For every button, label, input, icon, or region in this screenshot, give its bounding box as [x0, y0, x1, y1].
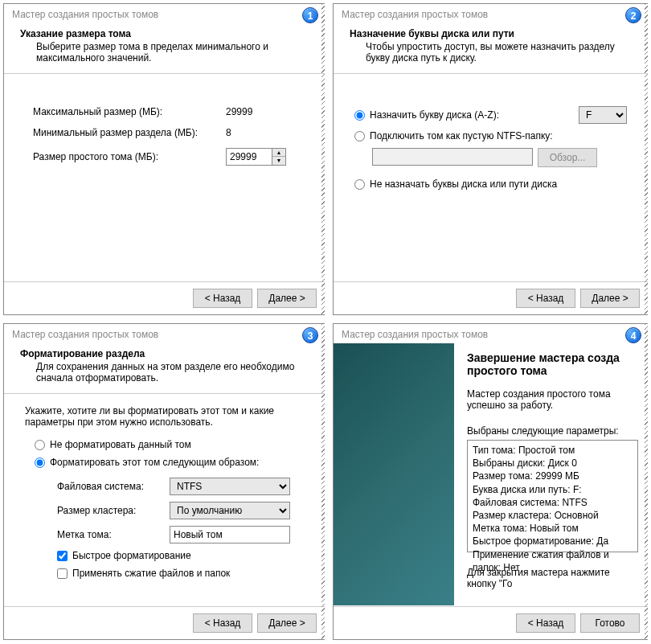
volume-label-input[interactable]	[170, 526, 290, 544]
mount-folder-label: Подключить том как пустую NTFS-папку:	[370, 130, 553, 142]
min-size-row: Минимальный размер раздела (МБ): 8	[33, 127, 304, 138]
footer: < Назад Далее >	[4, 281, 325, 314]
footer: < Назад Далее >	[4, 606, 325, 639]
cluster-label: Размер кластера:	[57, 505, 170, 516]
max-size-row: Максимальный размер (МБ): 29999	[33, 106, 304, 117]
body-area: Назначить букву диска (A-Z): F Подключит…	[334, 74, 648, 209]
volume-size-label: Размер простого тома (МБ):	[33, 151, 226, 162]
spinner-up-icon[interactable]: ▲	[272, 149, 285, 157]
format-instruction: Укажите, хотите ли вы форматировать этот…	[25, 405, 304, 428]
no-format-row: Не форматировать данный том	[35, 439, 304, 450]
compress-checkbox[interactable]	[57, 568, 68, 579]
back-button[interactable]: < Назад	[516, 613, 575, 633]
wizard-title: Мастер создания простых томов	[4, 324, 325, 343]
step-badge-4: 4	[625, 327, 641, 343]
step-desc: Выберите размер тома в пределах минималь…	[20, 41, 309, 64]
back-button[interactable]: < Назад	[516, 289, 575, 308]
assign-letter-row: Назначить букву диска (A-Z): F	[354, 106, 627, 124]
step-title: Указание размера тома	[20, 28, 309, 39]
filesystem-select[interactable]: NTFS	[170, 478, 290, 495]
max-size-label: Максимальный размер (МБ):	[33, 106, 226, 117]
body-area: Максимальный размер (МБ): 29999 Минималь…	[4, 74, 325, 188]
no-assign-row: Не назначать буквы диска или пути диска	[354, 178, 627, 190]
max-size-value: 29999	[226, 106, 304, 117]
summary-line: Буква диска или путь: F:	[473, 483, 633, 496]
wizard-panel-drive-letter: Мастер создания простых томов 2 Назначен…	[333, 3, 648, 315]
assign-letter-label: Назначить букву диска (A-Z):	[370, 109, 574, 121]
finish-title: Завершение мастера созда простого тома	[467, 351, 638, 377]
header-block: Назначение буквы диска или пути Чтобы уп…	[334, 23, 648, 73]
header-block: Указание размера тома Выберите размер то…	[4, 23, 325, 73]
wizard-panel-finish: Мастер создания простых томов 4 Завершен…	[333, 323, 648, 640]
do-format-row: Форматировать этот том следующим образом…	[35, 457, 304, 468]
summary-line: Выбраны диски: Диск 0	[473, 457, 633, 470]
wizard-panel-format: Мастер создания простых томов 3 Форматир…	[3, 323, 325, 640]
compress-label: Применять сжатие файлов и папок	[72, 568, 230, 579]
step-badge-2: 2	[625, 7, 641, 23]
no-assign-radio[interactable]	[354, 179, 365, 190]
do-format-radio[interactable]	[35, 457, 45, 468]
back-button[interactable]: < Назад	[193, 289, 252, 308]
spinner-down-icon[interactable]: ▼	[272, 157, 285, 165]
quick-format-label: Быстрое форматирование	[72, 550, 191, 561]
volume-size-row: Размер простого тома (МБ): ▲ ▼	[33, 148, 304, 166]
wizard-title: Мастер создания простых томов	[4, 4, 325, 23]
step-title: Назначение буквы диска или пути	[350, 28, 632, 39]
summary-line: Файловая система: NTFS	[473, 496, 633, 509]
filesystem-row: Файловая система: NTFS	[57, 478, 304, 495]
compress-row: Применять сжатие файлов и папок	[57, 568, 304, 579]
do-format-label: Форматировать этот том следующим образом…	[50, 457, 259, 468]
summary-line: Размер кластера: Основной	[473, 509, 633, 522]
no-format-radio[interactable]	[35, 440, 45, 450]
volume-label-label: Метка тома:	[57, 529, 170, 540]
params-label: Выбраны следующие параметры:	[467, 425, 638, 437]
finish-button[interactable]: Готово	[580, 613, 640, 633]
drive-letter-select[interactable]: F	[579, 106, 627, 124]
finish-body: Завершение мастера созда простого тома М…	[334, 343, 648, 605]
summary-line: Размер тома: 29999 МБ	[473, 470, 633, 482]
mount-folder-row: Подключить том как пустую NTFS-папку:	[354, 130, 627, 142]
quick-format-row: Быстрое форматирование	[57, 550, 304, 561]
quick-format-checkbox[interactable]	[57, 551, 68, 561]
summary-line: Быстрое форматирование: Да	[473, 535, 633, 548]
body-area: Укажите, хотите ли вы форматировать этот…	[4, 394, 325, 598]
browse-button: Обзор...	[538, 148, 597, 167]
next-button[interactable]: Далее >	[580, 289, 640, 308]
cluster-select[interactable]: По умолчанию	[170, 502, 290, 519]
wizard-title: Мастер создания простых томов	[334, 4, 648, 23]
no-assign-label: Не назначать буквы диска или пути диска	[370, 178, 557, 190]
header-block: Форматирование раздела Для сохранения да…	[4, 343, 325, 393]
min-size-label: Минимальный размер раздела (МБ):	[33, 127, 226, 138]
footer: < Назад Далее >	[334, 281, 648, 314]
volume-label-row: Метка тома:	[57, 526, 304, 544]
wizard-banner-image	[334, 343, 454, 605]
mount-folder-radio[interactable]	[354, 131, 365, 142]
summary-listbox[interactable]: Тип тома: Простой томВыбраны диски: Диск…	[467, 440, 638, 552]
next-button[interactable]: Далее >	[257, 613, 317, 633]
next-button[interactable]: Далее >	[257, 289, 317, 308]
footer: < Назад Готово	[334, 606, 648, 639]
no-format-label: Не форматировать данный том	[50, 439, 191, 450]
summary-line: Метка тома: Новый том	[473, 522, 633, 535]
assign-letter-radio[interactable]	[354, 110, 365, 121]
step-desc: Чтобы упростить доступ, вы можете назнач…	[350, 41, 632, 64]
finish-content: Завершение мастера созда простого тома М…	[454, 343, 648, 605]
mount-path-row: Обзор...	[372, 148, 627, 167]
step-badge-3: 3	[302, 327, 318, 343]
step-badge-1: 1	[302, 7, 318, 23]
wizard-title: Мастер создания простых томов	[334, 324, 648, 343]
wizard-panel-size: Мастер создания простых томов 1 Указание…	[3, 3, 325, 315]
volume-size-spinner[interactable]: ▲ ▼	[226, 148, 286, 166]
cluster-row: Размер кластера: По умолчанию	[57, 502, 304, 519]
step-title: Форматирование раздела	[20, 348, 309, 359]
volume-size-input[interactable]	[227, 149, 272, 165]
finish-message: Мастер создания простого тома успешно за…	[467, 388, 638, 411]
back-button[interactable]: < Назад	[193, 613, 252, 633]
filesystem-label: Файловая система:	[57, 481, 170, 492]
summary-line: Тип тома: Простой том	[473, 444, 633, 457]
close-hint: Для закрытия мастера нажмите кнопку "Го	[467, 567, 638, 589]
mount-path-input	[372, 148, 533, 166]
min-size-value: 8	[226, 127, 304, 138]
step-desc: Для сохранения данных на этом разделе ег…	[20, 361, 309, 384]
